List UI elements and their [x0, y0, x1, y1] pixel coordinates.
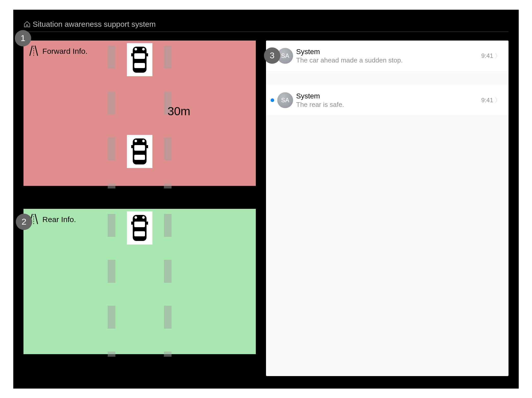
left-column: Forward Info. [23, 41, 256, 376]
rear-panel-label: Rear Info. [28, 213, 76, 226]
avatar: SA [277, 92, 293, 108]
svg-rect-1 [134, 53, 145, 59]
lane-marker [108, 260, 115, 283]
svg-point-17 [135, 216, 137, 219]
forward-distance-value: 30m [167, 104, 190, 118]
lane-marker [164, 306, 172, 329]
page-title: Situation awareness support system [33, 20, 156, 29]
svg-point-3 [135, 48, 137, 50]
message-time: 9:41 〉 [481, 96, 501, 104]
svg-point-11 [142, 140, 145, 142]
home-icon[interactable] [23, 21, 31, 28]
svg-rect-20 [147, 222, 148, 225]
svg-rect-16 [134, 231, 145, 236]
unread-dot-icon [271, 98, 274, 102]
message-body: System The car ahead made a sudden stop. [296, 48, 478, 64]
svg-rect-12 [131, 145, 133, 148]
rear-road [108, 209, 172, 354]
svg-rect-15 [134, 222, 145, 227]
callout-1: 1 [15, 30, 31, 46]
message-time-value: 9:41 [481, 52, 493, 59]
svg-rect-5 [131, 53, 133, 56]
callout-2: 2 [16, 214, 32, 230]
message-text: The car ahead made a sudden stop. [296, 56, 478, 64]
message-text: The rear is safe. [296, 101, 478, 109]
message-body: System The rear is safe. [296, 92, 478, 109]
message-item[interactable]: SA System The car ahead made a sudden st… [266, 41, 509, 72]
lane-marker [164, 214, 172, 237]
lane-marker [108, 352, 115, 357]
message-item[interactable]: SA System The rear is safe. 9:41 〉 [266, 85, 509, 116]
lane-marker [108, 183, 115, 188]
forward-panel-label: Forward Info. [28, 45, 88, 57]
message-time: 9:41 〉 [481, 52, 501, 60]
message-sender: System [296, 92, 478, 100]
lane-marker [164, 352, 172, 357]
svg-rect-2 [134, 63, 145, 68]
lane-marker [164, 260, 172, 283]
car-self-icon [127, 211, 152, 245]
lane-marker [108, 306, 115, 329]
title-bar: Situation awareness support system [23, 20, 509, 32]
car-self-icon [127, 135, 152, 168]
message-sender: System [296, 48, 478, 56]
forward-road [108, 41, 172, 186]
lane-marker [164, 137, 172, 160]
lane-marker [108, 214, 115, 237]
svg-rect-19 [131, 222, 133, 225]
forward-info-panel: Forward Info. [23, 41, 256, 186]
svg-rect-6 [147, 53, 148, 56]
road-icon [28, 45, 39, 57]
message-time-value: 9:41 [481, 97, 493, 104]
svg-point-10 [135, 140, 137, 142]
svg-rect-14 [133, 215, 147, 241]
lane-marker [164, 46, 172, 69]
lane-marker [108, 46, 115, 69]
svg-rect-0 [133, 47, 147, 73]
chevron-right-icon: 〉 [495, 52, 501, 60]
svg-rect-13 [147, 145, 148, 148]
app-frame: 1 2 3 Situation awareness support system [13, 10, 519, 389]
rear-info-panel: Rear Info. [23, 209, 256, 354]
car-ahead-icon [127, 43, 152, 76]
lane-marker [108, 92, 115, 114]
rear-panel-label-text: Rear Info. [42, 215, 76, 224]
svg-rect-8 [134, 145, 145, 151]
forward-panel-label-text: Forward Info. [42, 47, 88, 56]
content-area: Forward Info. [23, 41, 509, 376]
message-list: SA System The car ahead made a sudden st… [266, 41, 509, 376]
lane-marker [164, 183, 172, 188]
svg-point-18 [142, 216, 145, 219]
svg-rect-7 [133, 138, 147, 164]
chevron-right-icon: 〉 [495, 96, 501, 104]
svg-point-4 [142, 48, 145, 50]
lane-marker [108, 137, 115, 160]
callout-3: 3 [264, 47, 280, 64]
svg-rect-9 [134, 155, 145, 160]
